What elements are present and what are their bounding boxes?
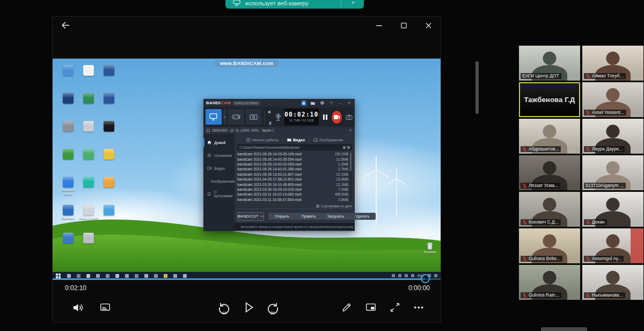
- sidebar-item-home[interactable]: Домой: [203, 136, 235, 149]
- globe-icon[interactable]: [319, 100, 325, 106]
- desktop-icon[interactable]: zoom_0.mp4: [78, 203, 99, 231]
- device-recording-mode-button[interactable]: [246, 109, 262, 125]
- participant-tile[interactable]: Айман Тлеуб...: [582, 46, 643, 81]
- help-icon[interactable]: ?: [328, 100, 334, 106]
- output-folder-path[interactable]: C:\Users\Teacher\Documents\Bandicam: [237, 144, 352, 150]
- minimize-button[interactable]: [367, 17, 391, 34]
- sidebar-item-general[interactable]: Основные: [203, 149, 235, 162]
- mode-dropdown-caret[interactable]: ▼: [223, 109, 226, 125]
- bandicam-close-icon[interactable]: ✕: [347, 100, 352, 106]
- desktop-icon[interactable]: [78, 147, 99, 175]
- bandicam-minimize-icon[interactable]: –: [338, 100, 343, 106]
- banner-collapse-button[interactable]: [352, 2, 354, 4]
- collapse-caret-icon[interactable]: ᐱ: [349, 128, 352, 132]
- desktop-icon[interactable]: [99, 175, 119, 203]
- scrollbar-sliver[interactable]: [475, 61, 479, 114]
- desktop-icon[interactable]: [99, 203, 119, 231]
- desktop-icon[interactable]: [58, 231, 78, 258]
- participant-tile[interactable]: Абдрашитов...: [519, 119, 580, 154]
- record-stop-button[interactable]: [332, 111, 342, 124]
- sidebar-item-about[interactable]: О программе: [203, 188, 235, 200]
- recording-file-row[interactable]: bandicam 2021-05-26 14-00-01-356.mp42.7M…: [237, 167, 348, 171]
- recycle-bin-icon[interactable]: Корзина: [422, 241, 438, 254]
- target-checkbox[interactable]: [207, 129, 210, 132]
- speaker-icon[interactable]: [268, 106, 272, 116]
- desktop-icon[interactable]: [99, 119, 119, 147]
- picture-in-picture-button[interactable]: [363, 298, 379, 316]
- recording-file-row[interactable]: bandicam 2021-03-30 16-09-19-205.mp47.2M…: [237, 187, 348, 192]
- desktop-icon[interactable]: [58, 63, 78, 91]
- rewind-10-button[interactable]: 10: [216, 298, 232, 316]
- desktop-icon[interactable]: [78, 91, 99, 119]
- participant-tile[interactable]: Assel Yessent...: [582, 82, 643, 117]
- tab-getting-started[interactable]: Начало работы: [246, 138, 279, 142]
- pause-button[interactable]: [323, 114, 328, 120]
- sidebar-item-images[interactable]: Изображения: [203, 175, 235, 188]
- participant-tile[interactable]: ЕАГИ Центр ДОТ: [519, 46, 580, 81]
- recording-file-row[interactable]: bandicam 2021-05-26 13-53-21-807.mp412.1…: [237, 172, 348, 177]
- fullscreen-button[interactable]: [387, 298, 403, 316]
- desktop-icon[interactable]: Bandicut: [58, 203, 78, 231]
- desktop-icon[interactable]: [58, 119, 78, 147]
- webcam-usage-banner[interactable]: использует веб-камеру: [225, 0, 364, 9]
- bandicut-promo-button[interactable]: BANDICUT ✂: [237, 212, 264, 221]
- change-folder-icon[interactable]: [347, 146, 350, 149]
- desktop-icon[interactable]: [58, 147, 78, 175]
- participant-tile[interactable]: Декан: [582, 192, 643, 227]
- participant-tile[interactable]: Gulnara Beke...: [519, 228, 580, 263]
- edit-button[interactable]: [339, 298, 355, 316]
- folder-icon[interactable]: [310, 100, 316, 106]
- recording-file-row[interactable]: bandicam 2021-05-26 14-00-35-594.mp412.5…: [237, 156, 348, 161]
- list-scrollbar[interactable]: [350, 153, 352, 201]
- screen-recording-mode-button[interactable]: [206, 109, 222, 125]
- desktop-icon[interactable]: [78, 231, 99, 258]
- open-button[interactable]: Открыть: [268, 213, 295, 220]
- lock-icon[interactable]: [301, 100, 306, 106]
- tab-images[interactable]: Изображения: [313, 138, 343, 142]
- sort-control[interactable]: Сортировка по дате: [237, 203, 352, 208]
- desktop-icon[interactable]: [99, 63, 119, 91]
- seek-handle[interactable]: [421, 274, 430, 283]
- participant-tile[interactable]: Assemgul Ay...: [582, 228, 643, 263]
- game-recording-mode-button[interactable]: [228, 109, 244, 125]
- microphone-icon[interactable]: [268, 118, 272, 128]
- open-folder-icon[interactable]: [343, 146, 346, 149]
- desktop-icon[interactable]: [58, 91, 78, 119]
- delete-button[interactable]: Удалить: [349, 213, 376, 220]
- upload-button[interactable]: Загрузить: [322, 213, 349, 220]
- recording-file-row[interactable]: bandicam 2021-05-26 14-03-05-145.mp4150.…: [237, 152, 348, 156]
- desktop-icon[interactable]: [78, 175, 99, 203]
- scheduler-status-bar[interactable]: Запускайте запись в определенное время п…: [235, 223, 355, 230]
- desktop-icon[interactable]: [78, 63, 99, 91]
- capture-target-bar[interactable]: 1600x900 - (0, 0), (1600, 900) - Экран 1…: [203, 127, 355, 134]
- participant-tile[interactable]: Gulmira Rain...: [519, 265, 580, 300]
- back-button[interactable]: [61, 21, 72, 30]
- recording-file-row[interactable]: bandicam 2021-05-26 14-00-22-065.mp41.2M…: [237, 162, 348, 167]
- desktop-icon[interactable]: Microsoft Edge: [58, 175, 78, 203]
- recording-file-row[interactable]: bandicam 2021-03-11 15-58-47-564.mp43.6M…: [237, 197, 348, 202]
- play-button[interactable]: [240, 298, 257, 316]
- screenshot-button[interactable]: [346, 114, 353, 120]
- captions-button[interactable]: [97, 298, 113, 316]
- recording-file-row[interactable]: bandicam 2021-04-29 17-58-12-801.mp413.4…: [237, 177, 348, 182]
- participant-tile[interactable]: Ляззат Усма...: [519, 155, 580, 190]
- participant-tile[interactable]: Ныгыманова...: [582, 265, 643, 300]
- webcam-overlay-icon[interactable]: [274, 111, 283, 124]
- participant-tile[interactable]: Тажбенова Г.Д: [519, 82, 580, 117]
- participant-tile[interactable]: Лаура Дауре...: [582, 119, 643, 154]
- desktop-icon[interactable]: [99, 147, 119, 175]
- desktop-icon[interactable]: [78, 119, 99, 147]
- recording-file-row[interactable]: bandicam 2021-03-11 15-02-13-082.mp4485.…: [237, 192, 348, 197]
- edit-button[interactable]: Править: [295, 213, 322, 220]
- maximize-button[interactable]: [391, 17, 416, 34]
- forward-30-button[interactable]: 30: [265, 298, 281, 316]
- seek-bar[interactable]: [53, 278, 441, 280]
- sidebar-item-video[interactable]: Видео: [203, 162, 235, 175]
- close-button[interactable]: [416, 17, 441, 34]
- recording-file-row[interactable]: bandicam 2021-03-30 16-10-48-809.mp412.1…: [237, 182, 348, 186]
- participant-tile[interactable]: 513710Aiganym ...: [582, 155, 643, 190]
- tab-video[interactable]: Видео: [287, 138, 305, 142]
- volume-button[interactable]: [69, 298, 85, 316]
- desktop-icon[interactable]: [99, 91, 119, 119]
- participant-tile[interactable]: Кохович С.Д...: [519, 192, 580, 227]
